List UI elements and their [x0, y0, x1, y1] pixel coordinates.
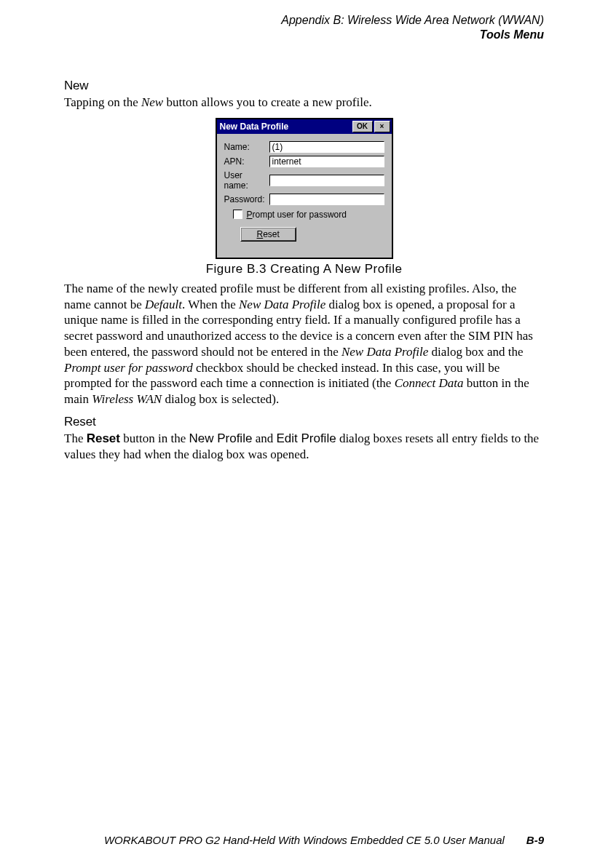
text: button in the: [120, 431, 189, 445]
input-name[interactable]: [269, 141, 384, 153]
label-apn: APN:: [224, 156, 269, 167]
checkbox-label: Prompt user for password: [247, 210, 347, 220]
header-section: Tools Menu: [64, 28, 544, 42]
label-password: Password:: [224, 194, 269, 204]
row-apn: APN:: [224, 156, 384, 167]
text-italic: New Data Profile: [341, 345, 428, 359]
new-data-profile-dialog: New Data Profile OK × Name: APN: User na…: [216, 118, 393, 259]
button-row: Reset: [224, 227, 384, 242]
header-appendix: Appendix B: Wireless Wide Area Network (…: [64, 13, 544, 28]
row-name: Name:: [224, 141, 384, 153]
subheading-reset: Reset: [64, 415, 544, 429]
page-footer: WORKABOUT PRO G2 Hand-Held With Windows …: [64, 834, 544, 846]
dialog-title: New Data Profile: [220, 122, 289, 132]
ok-button[interactable]: OK: [352, 121, 373, 132]
input-password[interactable]: [269, 194, 384, 205]
paragraph-profile-explanation: The name of the newly created profile mu…: [64, 281, 544, 407]
mnemonic: R: [257, 229, 264, 239]
paragraph-reset: The Reset button in the New Profile and …: [64, 431, 544, 463]
text: dialog box and the: [428, 345, 523, 359]
text-italic: New Data Profile: [239, 298, 325, 311]
text: and: [252, 431, 276, 445]
prompt-password-checkbox[interactable]: [233, 210, 242, 219]
mnemonic: P: [247, 210, 253, 220]
footer-manual-title: WORKABOUT PRO G2 Hand-Held With Windows …: [104, 834, 505, 846]
figure-caption: Figure B.3 Creating A New Profile: [64, 262, 544, 276]
label-username: User name:: [224, 170, 269, 191]
text: eset: [263, 229, 280, 239]
text-italic-new: New: [141, 95, 163, 109]
text: rompt user for password: [253, 210, 347, 220]
subheading-new: New: [64, 79, 544, 93]
input-apn[interactable]: [269, 156, 384, 167]
text: . When the: [182, 298, 239, 311]
reset-button[interactable]: Reset: [240, 227, 296, 242]
close-button[interactable]: ×: [374, 121, 390, 132]
checkbox-row: Prompt user for password: [233, 210, 384, 220]
row-username: User name:: [224, 170, 384, 191]
row-password: Password:: [224, 194, 384, 205]
figure-wrapper: New Data Profile OK × Name: APN: User na…: [64, 118, 544, 259]
text-cond: Edit Profile: [276, 431, 336, 445]
input-username[interactable]: [269, 175, 384, 186]
page-header: Appendix B: Wireless Wide Area Network (…: [64, 13, 544, 42]
text-cond: New Profile: [189, 431, 252, 445]
text: dialog box is selected).: [162, 392, 279, 406]
text-bold: Reset: [87, 431, 120, 445]
text-italic: Prompt user for password: [64, 361, 193, 375]
label-name: Name:: [224, 142, 269, 152]
text: The: [64, 431, 87, 445]
paragraph-new-intro: Tapping on the New button allows you to …: [64, 95, 544, 111]
text-italic: Connect Data: [395, 376, 464, 390]
text: Tapping on the: [64, 95, 141, 109]
footer-page-number: B-9: [526, 834, 544, 846]
dialog-body: Name: APN: User name: Password: P: [217, 134, 392, 258]
text-italic: Wireless WAN: [92, 392, 162, 406]
text: button allows you to create a new profil…: [163, 95, 372, 109]
text-italic: Default: [145, 298, 182, 311]
dialog-titlebar: New Data Profile OK ×: [217, 119, 392, 134]
